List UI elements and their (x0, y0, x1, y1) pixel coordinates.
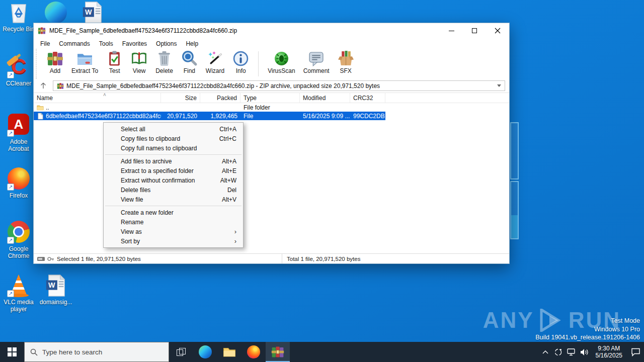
tray-network-button[interactable] (565, 342, 578, 362)
tray-volume-button[interactable] (578, 342, 591, 362)
menu-item-add-to-archive[interactable]: Add files to archive Alt+A (104, 156, 243, 166)
toolbar-comment-button[interactable]: Comment (299, 50, 334, 74)
taskbar-clock[interactable]: 9:30 AM 5/16/2025 (591, 345, 627, 359)
menu-help[interactable]: Help (181, 39, 203, 48)
maximize-button[interactable] (463, 23, 486, 38)
desktop-icon-ccleaner[interactable]: C ↗ CCleaner (0, 55, 38, 87)
menu-item-create-new-folder[interactable]: Create a new folder (104, 208, 243, 217)
desktop: Recycle Bin C ↗ CCleaner A ↗ Adobe Acrob… (0, 0, 644, 362)
taskbar-firefox-button[interactable] (242, 342, 266, 362)
winrar-app-icon (38, 27, 46, 35)
action-center-button[interactable] (627, 342, 644, 362)
toolbar-find-button[interactable]: Find (177, 50, 202, 74)
desktop-icon-domainsig[interactable]: domainsig... (36, 274, 75, 306)
toolbar-test-button[interactable]: Test (102, 50, 127, 74)
toolbar-view-button[interactable]: View (127, 50, 151, 74)
shortcut-label: Alt+E (222, 167, 236, 174)
menu-item-copy-full-names[interactable]: Copy full names to clipboard (104, 143, 243, 153)
menu-item-rename[interactable]: Rename (104, 217, 243, 227)
column-header-type[interactable]: Type (240, 93, 300, 103)
firefox-icon (247, 345, 260, 358)
menu-item-view-file[interactable]: View file Alt+V (104, 195, 243, 204)
shortcut-arrow-icon: ↗ (7, 130, 14, 137)
menu-item-select-all[interactable]: Select all Ctrl+A (104, 124, 243, 134)
column-header-name[interactable]: Name (34, 93, 161, 103)
toolbar-sfx-button[interactable]: SFX (334, 50, 358, 74)
clock-time: 9:30 AM (596, 345, 622, 352)
clock-date: 5/16/2025 (596, 352, 622, 359)
context-menu: Select all Ctrl+A Copy files to clipboar… (103, 122, 244, 248)
desktop-icon-label: domainsig... (36, 299, 75, 306)
desktop-icon-label: Adobe Acrobat (0, 138, 38, 152)
desktop-icon-recycle-bin[interactable]: Recycle Bin (0, 1, 38, 33)
desktop-icon-label: VLC media player (0, 299, 38, 313)
task-view-button[interactable] (169, 342, 193, 362)
wallpaper-highlight (511, 215, 518, 238)
shortcut-label: Del (227, 187, 236, 194)
menu-commands[interactable]: Commands (54, 39, 94, 48)
menu-item-extract-to-folder[interactable]: Extract to a specified folder Alt+E (104, 166, 243, 175)
minimize-icon (449, 31, 454, 31)
menu-item-sort-by[interactable]: Sort by (104, 236, 243, 246)
sort-ascending-icon: ˄ (103, 93, 106, 98)
toolbar-virusscan-button[interactable]: VirusScan (264, 50, 299, 74)
menu-item-extract-without-confirmation[interactable]: Extract without confirmation Alt+W (104, 175, 243, 185)
column-header-crc32[interactable]: CRC32 (350, 93, 385, 103)
column-header-packed[interactable]: Packed (200, 93, 240, 103)
close-button[interactable] (486, 23, 509, 38)
status-bar: Selected 1 file, 20,971,520 bytes Total … (34, 253, 509, 263)
menu-tools[interactable]: Tools (95, 39, 118, 48)
desktop-icon-edge[interactable] (36, 1, 75, 25)
find-icon (181, 50, 198, 67)
file-row-parent-dir[interactable]: .. File folder (34, 103, 509, 112)
menu-item-delete-files[interactable]: Delete files Del (104, 185, 243, 195)
menu-favorites[interactable]: Favorites (118, 39, 151, 48)
desktop-icon-label: CCleaner (0, 80, 38, 87)
taskbar-search-box[interactable]: Type here to search (24, 342, 169, 362)
tray-status-button[interactable] (552, 342, 565, 362)
start-button[interactable] (0, 342, 24, 362)
shortcut-arrow-icon: ↗ (7, 237, 14, 244)
column-header-size[interactable]: Size (161, 93, 200, 103)
desktop-icon-firefox[interactable]: ↗ Firefox (0, 167, 38, 199)
toolbar-extract-to-button[interactable]: Extract To (67, 50, 102, 74)
search-placeholder: Type here to search (42, 348, 102, 356)
shortcut-arrow-icon: ↗ (7, 71, 14, 78)
archive-path-combobox[interactable]: MDE_File_Sample_6dbefedbaeff475234e6f371… (53, 80, 505, 91)
desktop-icon-adobe-acrobat[interactable]: A ↗ Adobe Acrobat (0, 113, 38, 152)
shortcut-label: Alt+A (222, 158, 236, 165)
file-row-selected[interactable]: 6dbefedbaeff475234e6f371122cbbd82a4fc660… (34, 112, 385, 120)
taskbar-edge-button[interactable] (193, 342, 217, 362)
desktop-icon-google-chrome[interactable]: ↗ Google Chrome (0, 220, 38, 259)
column-header-modified[interactable]: Modified (300, 93, 350, 103)
comment-icon (308, 50, 325, 67)
toolbar-wizard-button[interactable]: Wizard (202, 50, 228, 74)
menu-item-view-as[interactable]: View as (104, 227, 243, 236)
desktop-icon-label: Recycle Bin (0, 26, 38, 33)
title-bar[interactable]: MDE_File_Sample_6dbefedbaeff475234e6f371… (34, 23, 509, 38)
menu-item-copy-files[interactable]: Copy files to clipboard Ctrl+C (104, 134, 243, 143)
up-directory-button[interactable] (37, 80, 50, 91)
toolbar-delete-button[interactable]: Delete (151, 50, 177, 74)
toolbar-add-button[interactable]: Add (43, 50, 67, 74)
desktop-icon-word-doc[interactable] (73, 1, 112, 24)
status-total: Total 1 file, 20,971,520 bytes (282, 256, 509, 262)
desktop-icon-vlc[interactable]: ↗ VLC media player (0, 274, 38, 313)
tray-expand-button[interactable] (539, 342, 552, 362)
edge-icon (45, 2, 67, 24)
wallpaper-highlight (510, 122, 519, 179)
menu-options[interactable]: Options (151, 39, 181, 48)
taskbar-winrar-button[interactable] (266, 342, 290, 362)
action-center-icon (631, 348, 640, 356)
watermark-os: Windows 10 Pro (535, 325, 640, 334)
toolbar-info-button[interactable]: Info (228, 50, 253, 74)
chevron-down-icon[interactable] (497, 84, 501, 87)
key-icon (47, 256, 54, 261)
taskbar-file-explorer-button[interactable] (217, 342, 242, 362)
menu-file[interactable]: File (36, 39, 54, 48)
shortcut-label: Ctrl+C (219, 135, 236, 142)
close-icon (495, 28, 501, 34)
shortcut-label: Alt+W (220, 177, 236, 184)
minimize-button[interactable] (440, 23, 463, 38)
folder-icon (37, 104, 44, 111)
